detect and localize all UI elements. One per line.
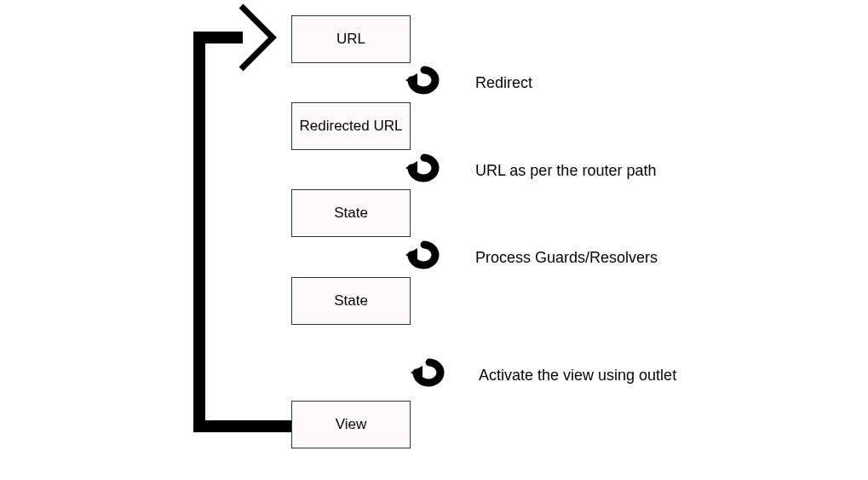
arrow-guards: [405, 240, 443, 275]
label-guards: Process Guards/Resolvers: [475, 247, 658, 268]
box-state-2: State: [291, 277, 411, 325]
arrow-redirect: [405, 66, 443, 100]
arrow-activate: [411, 358, 448, 392]
svg-rect-0: [193, 32, 205, 432]
box-url: URL: [291, 15, 411, 63]
svg-rect-2: [193, 32, 243, 43]
box-view-text: View: [336, 415, 367, 433]
box-redirected-url-text: Redirected URL: [300, 117, 403, 135]
box-view: View: [291, 401, 411, 448]
box-state-2-text: State: [334, 292, 368, 309]
box-state-1-text: State: [334, 204, 368, 222]
svg-rect-1: [193, 420, 291, 432]
box-url-text: URL: [336, 30, 365, 48]
label-activate: Activate the view using outlet: [479, 365, 676, 385]
label-router-path: URL as per the router path: [475, 160, 656, 181]
arrow-router-path: [405, 153, 443, 188]
box-redirected-url: Redirected URL: [291, 102, 411, 150]
label-redirect: Redirect: [475, 72, 532, 93]
box-state-1: State: [291, 189, 411, 237]
